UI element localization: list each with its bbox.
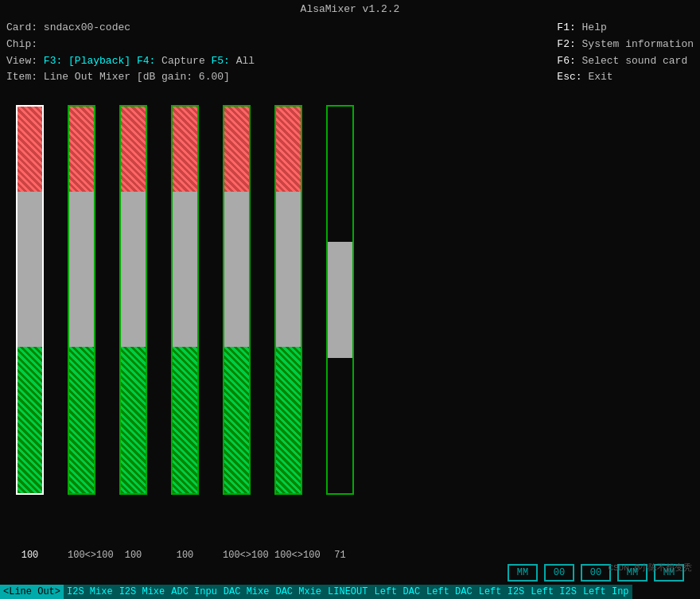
button-btn-00-1[interactable]: 00 [544, 564, 574, 581]
view-line: View: F3: [Playback] F4: Capture F5: All [6, 53, 255, 70]
channel-label-lbl-lineout2[interactable]: LINEOUT [325, 585, 371, 599]
fader-i2s-mix1[interactable] [68, 105, 95, 495]
channel-label-lbl-lefti2s2[interactable]: Left I2S [527, 585, 580, 599]
info-right: F1: Help F2: System information F6: Sele… [557, 20, 694, 86]
fader-gray-adc-input [173, 192, 197, 346]
watermark: CSDN @小陈不想变秃 [608, 562, 692, 574]
view-f5-val: All [236, 55, 255, 67]
faders-container [0, 105, 700, 495]
fader-bar-lineout[interactable] [326, 105, 354, 495]
fader-red-adc-input [173, 107, 197, 192]
fader-red-dac-mix [224, 107, 249, 192]
button-btn-00-2[interactable]: 00 [581, 564, 611, 581]
chip-label: Chip: [6, 38, 37, 50]
fader-bar-adc-input[interactable] [171, 105, 199, 495]
item-value: Line Out Mixer [dB gain: 6.00] [44, 71, 230, 83]
buttons-row: MM0000MMMM [0, 564, 700, 581]
help-esc[interactable]: Esc: Exit [557, 69, 694, 86]
fader-green-dac-mix2 [276, 347, 301, 494]
fader-gray-line-out [18, 192, 42, 346]
esc-val: Exit [588, 71, 612, 83]
fader-gray-i2s-mix1 [69, 192, 94, 346]
channel-label-lbl-dacmix[interactable]: DAC Mixe [220, 585, 273, 599]
fader-top-empty-lineout [328, 107, 352, 242]
info-left: Card: sndacx00-codec Chip: View: F3: [Pl… [6, 20, 255, 86]
value-line-out: 100 [16, 550, 44, 561]
title-bar: AlsaMixer v1.2.2 [0, 0, 700, 17]
channel-label-lbl-leftdac2[interactable]: Left DAC [423, 585, 476, 599]
help-f2[interactable]: F2: System information [557, 37, 694, 53]
fader-red-line-out [18, 107, 42, 192]
card-line: Card: sndacx00-codec [6, 20, 255, 37]
fader-line-out[interactable] [16, 105, 44, 495]
channel-label-lbl-leftinp[interactable]: Left Inp [580, 585, 632, 599]
f2-val: System information [582, 38, 694, 50]
card-value: sndacx00-codec [44, 21, 130, 33]
fader-green-i2s-mix1 [69, 347, 94, 494]
view-f3-key[interactable]: F3: [44, 55, 62, 67]
fader-green-line-out [18, 347, 42, 494]
f1-key[interactable]: F1: [557, 21, 575, 33]
f6-key[interactable]: F6: [557, 55, 575, 67]
value-dac-mix2: 100<>100 [274, 550, 302, 561]
card-label: Card: [6, 21, 37, 33]
item-line: Item: Line Out Mixer [dB gain: 6.00] [6, 69, 255, 86]
fader-dac-mix[interactable] [223, 105, 251, 495]
channel-label-lbl-dacmix2[interactable]: DAC Mxie [272, 585, 325, 599]
fader-red-i2s-mix1 [69, 107, 94, 192]
app-title: AlsaMixer v1.2.2 [301, 3, 400, 15]
fader-bar-i2s-mix2[interactable] [119, 105, 147, 495]
view-f3-val[interactable]: [Playback] [68, 55, 130, 67]
help-f1[interactable]: F1: Help [557, 20, 694, 37]
value-dac-mix: 100<>100 [223, 550, 251, 561]
fader-bar-dac-mix2[interactable] [274, 105, 302, 495]
item-label: Item: [6, 71, 37, 83]
chip-line: Chip: [6, 37, 255, 53]
fader-green-adc-input [173, 347, 197, 494]
esc-key[interactable]: Esc: [557, 71, 581, 83]
f1-val: Help [582, 21, 607, 33]
channel-label-lbl-lefti2s1[interactable]: Left I2S [476, 585, 528, 599]
f2-key[interactable]: F2: [557, 38, 575, 50]
help-f6[interactable]: F6: Select sound card [557, 53, 694, 70]
bottom-section: 100100<>100100100100<>100100<>10071 MM00… [0, 550, 700, 599]
value-i2s-mix1: 100<>100 [68, 550, 95, 561]
channel-label-lbl-leftdac1[interactable]: Left DAC [371, 585, 423, 599]
fader-green-dac-mix [224, 347, 249, 494]
fader-bar-line-out[interactable] [16, 105, 44, 495]
fader-gray-dac-mix2 [276, 192, 301, 346]
fader-bar-dac-mix[interactable] [223, 105, 251, 495]
fader-gray-dac-mix [224, 192, 249, 346]
f6-val: Select sound card [582, 55, 688, 67]
value-i2s-mix2: 100 [119, 550, 147, 561]
button-btn-mm1[interactable]: MM [508, 564, 538, 581]
values-row: 100100<>100100100100<>100100<>10071 [0, 550, 700, 561]
fader-i2s-mix2[interactable] [119, 105, 147, 495]
fader-bar-i2s-mix1[interactable] [68, 105, 95, 495]
fader-gray-i2s-mix2 [121, 192, 146, 346]
fader-red-dac-mix2 [276, 107, 301, 192]
fader-gray-lineout [328, 242, 352, 358]
view-f4-key[interactable]: F4: [137, 55, 155, 67]
view-f5-key[interactable]: F5: [212, 55, 230, 67]
channel-label-lbl-adcinput[interactable]: ADC Inpu [168, 585, 220, 599]
fader-lineout[interactable] [326, 105, 354, 495]
value-adc-input: 100 [171, 550, 199, 561]
channel-label-lbl-i2smix2[interactable]: I2S Mixe [116, 585, 169, 599]
view-f4-val: Capture [161, 55, 205, 67]
value-lineout: 71 [326, 550, 354, 561]
channel-label-lbl-i2smix1[interactable]: I2S Mixe [64, 585, 116, 599]
fader-green-i2s-mix2 [121, 347, 146, 494]
fader-dac-mix2[interactable] [274, 105, 302, 495]
view-label: View: [6, 55, 37, 67]
top-section: Card: sndacx00-codec Chip: View: F3: [Pl… [0, 17, 700, 89]
fader-bot-empty-lineout [328, 358, 352, 493]
fader-adc-input[interactable] [171, 105, 199, 495]
channel-label-lbl-lineout[interactable]: <Line Out> [0, 585, 64, 599]
fader-red-i2s-mix2 [121, 107, 146, 192]
labels-row: <Line Out>I2S MixeI2S MixeADC InpuDAC Mi… [0, 585, 700, 599]
